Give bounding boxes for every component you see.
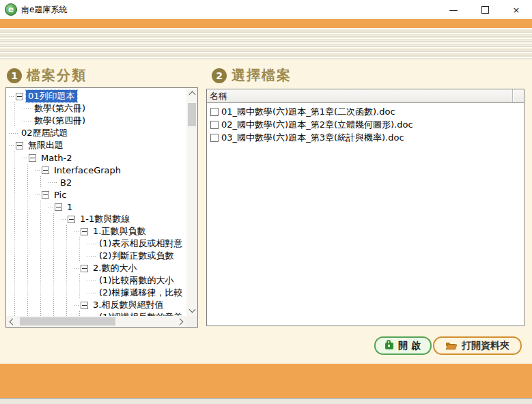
- name-column-header[interactable]: 名稱: [207, 89, 513, 102]
- tree-guide-line: [61, 299, 74, 311]
- tree-node[interactable]: 數學(第四冊): [6, 115, 186, 127]
- tree-guide-line: [48, 213, 61, 225]
- minimize-button[interactable]: —: [438, 0, 469, 19]
- tree-node-label[interactable]: 3.相反數與絕對值: [91, 299, 165, 311]
- extra-column-header: [513, 89, 524, 102]
- tree-guide-line: [74, 274, 87, 287]
- collapse-toggle-icon[interactable]: [81, 265, 88, 272]
- tree-node[interactable]: (2)判斷正數或負數: [6, 250, 186, 262]
- tree-node[interactable]: (1)認識相反數的意義: [6, 311, 186, 316]
- scroll-down-button[interactable]: [186, 305, 197, 316]
- tree-guide-line: [9, 201, 22, 213]
- file-list-item[interactable]: 01_國中數學(六)題本_第1章(二次函數).doc: [209, 105, 522, 118]
- horizontal-scroll-thumb[interactable]: [20, 317, 115, 326]
- tree-node-label[interactable]: (2)根據遞移律，比較: [97, 287, 184, 299]
- scroll-left-button[interactable]: [6, 316, 17, 327]
- tree-node-label[interactable]: 1: [65, 202, 74, 212]
- collapse-toggle-icon[interactable]: [81, 228, 88, 235]
- tree-guide-line: [9, 102, 22, 115]
- tree-node-label[interactable]: (2)判斷正數或負數: [97, 250, 176, 262]
- tree-node[interactable]: InterfaceGraph: [6, 164, 186, 176]
- tree-guide-line: [48, 311, 61, 316]
- file-list-item[interactable]: 03_國中數學(六)題本_第3章(統計與機率).doc: [209, 131, 522, 144]
- collapse-toggle-icon[interactable]: [68, 216, 75, 223]
- open-folder-button[interactable]: 打開資料夾: [433, 336, 522, 355]
- tree-node[interactable]: 02歷屆試題: [6, 127, 186, 139]
- file-checkbox[interactable]: [210, 108, 219, 116]
- tree-guide-line: [35, 287, 48, 299]
- close-button[interactable]: ×: [501, 0, 532, 19]
- tree-node[interactable]: B2: [6, 176, 186, 188]
- tree-guide-line: [35, 262, 48, 274]
- chevron-down-icon: [188, 306, 195, 313]
- tree-node-label[interactable]: Math-2: [39, 153, 74, 163]
- tree-node[interactable]: 2.數的大小: [6, 262, 186, 274]
- tree-connector: [74, 231, 79, 232]
- tree-node[interactable]: (2)根據遞移律，比較: [6, 287, 186, 299]
- file-category-header: 1 檔案分類: [7, 66, 87, 85]
- tree-node[interactable]: 01列印題本: [6, 90, 186, 102]
- tree-node[interactable]: Math-2: [6, 152, 186, 164]
- tree-guide-line: [35, 237, 48, 250]
- collapse-toggle-icon[interactable]: [42, 191, 49, 199]
- file-checkbox[interactable]: [210, 134, 219, 142]
- tree-node-label[interactable]: InterfaceGraph: [52, 165, 123, 175]
- tree-node-label[interactable]: 02歷屆試題: [19, 127, 70, 139]
- collapse-toggle-icon[interactable]: [29, 154, 36, 162]
- collapse-toggle-icon[interactable]: [55, 203, 62, 211]
- tree-node[interactable]: 1-1數與數線: [6, 213, 186, 225]
- tree-node-label[interactable]: 數學(第四冊): [32, 115, 87, 127]
- tree-node[interactable]: Pic: [6, 188, 186, 201]
- tree-viewport[interactable]: 01列印題本數學(第六冊)數學(第四冊)02歷屆試題無限出題Math-2Inte…: [6, 88, 186, 316]
- open-button[interactable]: 開 啟: [374, 336, 432, 355]
- tree-connector: [48, 207, 53, 207]
- vertical-scroll-thumb[interactable]: [188, 103, 196, 126]
- tree-node[interactable]: (1)比較兩數的大小: [6, 274, 186, 287]
- tree-node[interactable]: 1: [6, 201, 186, 213]
- tree-node[interactable]: (1)表示相反或相對意: [6, 237, 186, 250]
- maximize-button[interactable]: [469, 0, 501, 19]
- tree-guide-line: [35, 274, 48, 287]
- tree-node-label[interactable]: (1)認識相反數的意義: [97, 311, 184, 316]
- tree-connector: [35, 194, 40, 195]
- tree-node-label[interactable]: 數學(第六冊): [32, 102, 87, 115]
- vertical-scrollbar[interactable]: [186, 88, 197, 316]
- open-folder-icon: [445, 341, 458, 350]
- collapse-toggle-icon[interactable]: [16, 142, 23, 149]
- tree-node-label[interactable]: (1)比較兩數的大小: [97, 274, 176, 287]
- chevron-left-icon: [10, 318, 16, 325]
- tree-guide-line: [9, 274, 22, 287]
- tree-node-label[interactable]: 2.數的大小: [91, 262, 139, 274]
- tree-node-label[interactable]: Pic: [52, 190, 68, 200]
- collapse-toggle-icon[interactable]: [81, 302, 88, 309]
- tree-node-label[interactable]: 01列印題本: [26, 90, 77, 102]
- scroll-up-button[interactable]: [186, 88, 197, 99]
- scroll-right-button[interactable]: [176, 316, 186, 327]
- collapse-toggle-icon[interactable]: [16, 93, 23, 100]
- tree-node[interactable]: 無限出題: [6, 139, 186, 152]
- tree-node-label[interactable]: 1.正數與負數: [91, 225, 148, 237]
- tree-node-label[interactable]: 1-1數與數線: [78, 213, 132, 225]
- tree-guide-line: [22, 213, 35, 225]
- tree-node[interactable]: 3.相反數與絕對值: [6, 299, 186, 311]
- open-button-label: 開 啟: [398, 340, 421, 352]
- file-checkbox[interactable]: [210, 121, 219, 129]
- tree-guide-line: [61, 287, 74, 299]
- chevron-right-icon: [177, 318, 184, 325]
- tree-guide-line: [9, 237, 22, 250]
- collapse-toggle-icon[interactable]: [42, 167, 49, 174]
- tree-connector: [22, 121, 31, 121]
- file-list-item[interactable]: 02_國中數學(六)題本_第2章(立體幾何圖形).doc: [209, 118, 522, 131]
- tree-connector: [22, 158, 27, 158]
- tree-node[interactable]: 數學(第六冊): [6, 102, 186, 115]
- tree-guide-line: [74, 287, 87, 299]
- tree-guide-line: [22, 287, 35, 299]
- app-window: e 南e題庫系統 — × 1 檔案分類 2 選擇檔案 01列印題本數學(第六冊)…: [0, 0, 532, 404]
- step-1-circle-icon: 1: [7, 68, 22, 83]
- horizontal-scrollbar[interactable]: [6, 316, 186, 327]
- tree-node-label[interactable]: B2: [58, 177, 74, 188]
- tree-node-label[interactable]: 無限出題: [26, 139, 66, 152]
- tree-guide-line: [35, 225, 48, 237]
- tree-node-label[interactable]: (1)表示相反或相對意: [97, 237, 184, 250]
- tree-node[interactable]: 1.正數與負數: [6, 225, 186, 237]
